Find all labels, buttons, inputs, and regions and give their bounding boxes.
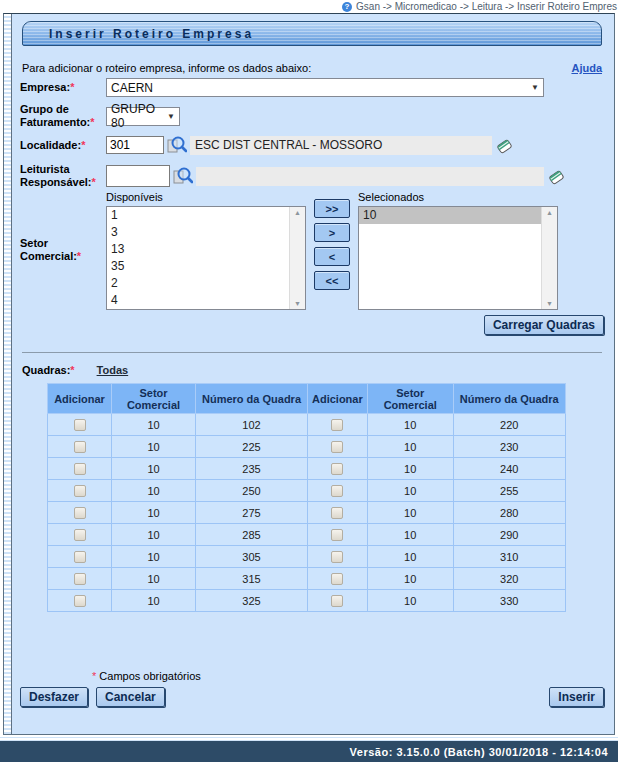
leiturista-label: Leiturista Responsável:* — [20, 163, 106, 189]
disponiveis-listbox[interactable]: 13133524 ▲ ▼ — [106, 206, 306, 310]
chevron-down-icon: ▼ — [531, 83, 539, 92]
setor-comercial-label: Setor Comercial:* — [20, 191, 106, 310]
selected-list: 10 — [359, 207, 541, 309]
quadra-checkbox[interactable] — [331, 529, 343, 541]
list-item[interactable]: 4 — [107, 292, 289, 309]
quadra-checkbox[interactable] — [331, 551, 343, 563]
column-header-quadra-right: Número da Quadra — [453, 384, 565, 414]
todas-link[interactable]: Todas — [97, 364, 129, 376]
inserir-button[interactable]: Inserir — [549, 687, 604, 707]
localidade-eraser-icon[interactable] — [495, 136, 514, 155]
move-all-left-button[interactable]: << — [314, 271, 350, 290]
localidade-label: Localidade:* — [20, 139, 106, 152]
scroll-up-icon[interactable]: ▲ — [294, 209, 301, 216]
table-cell: 10 — [112, 414, 196, 436]
checkbox-cell — [48, 568, 112, 590]
localidade-search-icon[interactable] — [167, 135, 187, 155]
list-item[interactable]: 2 — [107, 275, 289, 292]
cancelar-button[interactable]: Cancelar — [96, 687, 165, 707]
page-title: Inserir Roteiro Empresa — [23, 27, 254, 41]
checkbox-cell — [48, 502, 112, 524]
list-item[interactable]: 3 — [107, 224, 289, 241]
grupo-faturamento-select[interactable]: GRUPO 80 ▼ — [106, 107, 180, 126]
quadra-checkbox[interactable] — [74, 485, 86, 497]
localidade-code-input[interactable] — [106, 136, 164, 154]
move-right-button[interactable]: > — [314, 223, 350, 242]
page-title-bar: Inserir Roteiro Empresa — [22, 21, 602, 46]
quadra-checkbox[interactable] — [74, 595, 86, 607]
leiturista-row: Leiturista Responsável:* — [20, 163, 604, 189]
checkbox-cell — [48, 414, 112, 436]
checkbox-cell — [48, 524, 112, 546]
quadra-checkbox[interactable] — [74, 529, 86, 541]
table-cell: 230 — [453, 436, 565, 458]
breadcrumb-text[interactable]: Gsan -> Micromedicao -> Leitura -> Inser… — [356, 1, 617, 12]
ajuda-link[interactable]: Ajuda — [571, 62, 602, 74]
section-divider — [22, 352, 602, 353]
list-item[interactable]: 35 — [107, 258, 289, 275]
quadra-checkbox[interactable] — [74, 551, 86, 563]
empresa-select[interactable]: CAERN ▼ — [106, 78, 544, 97]
table-cell: 10 — [112, 458, 196, 480]
quadra-checkbox[interactable] — [331, 419, 343, 431]
table-cell: 320 — [453, 568, 565, 590]
required-asterisk: * — [92, 670, 96, 682]
leiturista-code-input[interactable] — [106, 165, 170, 187]
scroll-up-icon[interactable]: ▲ — [546, 209, 553, 216]
table-cell: 325 — [196, 590, 308, 612]
carregar-quadras-button[interactable]: Carregar Quadras — [484, 315, 604, 335]
list-item[interactable]: 10 — [359, 207, 541, 224]
leiturista-search-icon[interactable] — [173, 166, 193, 186]
table-cell: 10 — [112, 436, 196, 458]
table-row: 1010210220 — [48, 414, 566, 436]
column-header-setor-right: Setor Comercial — [367, 384, 453, 414]
localidade-description-field: ESC DIST CENTRAL - MOSSORO — [190, 136, 492, 155]
quadra-checkbox[interactable] — [74, 441, 86, 453]
column-header-adicionar-right: Adicionar — [308, 384, 368, 414]
checkbox-cell — [308, 568, 368, 590]
quadra-checkbox[interactable] — [331, 463, 343, 475]
list-item[interactable]: 13 — [107, 241, 289, 258]
quadra-checkbox[interactable] — [74, 419, 86, 431]
table-cell: 10 — [367, 568, 453, 590]
disponiveis-label: Disponíveis — [106, 191, 306, 204]
table-cell: 310 — [453, 546, 565, 568]
required-asterisk: * — [92, 176, 96, 188]
quadra-checkbox[interactable] — [331, 441, 343, 453]
empresa-row: Empresa:* CAERN ▼ — [20, 78, 604, 97]
table-row: 1027510280 — [48, 502, 566, 524]
column-header-setor-left: Setor Comercial — [112, 384, 196, 414]
checkbox-cell — [308, 590, 368, 612]
quadra-checkbox[interactable] — [74, 463, 86, 475]
desfazer-button[interactable]: Desfazer — [20, 687, 88, 707]
scroll-down-icon[interactable]: ▼ — [546, 300, 553, 307]
help-question-icon[interactable]: ? — [342, 2, 352, 12]
scrollbar[interactable]: ▲ ▼ — [289, 207, 305, 309]
quadra-checkbox[interactable] — [331, 485, 343, 497]
leiturista-eraser-icon[interactable] — [547, 167, 566, 186]
list-item[interactable]: 1 — [107, 207, 289, 224]
quadra-checkbox[interactable] — [74, 573, 86, 585]
quadra-checkbox[interactable] — [331, 507, 343, 519]
table-cell: 10 — [367, 502, 453, 524]
main-panel: Inserir Roteiro Empresa Para adicionar o… — [3, 13, 615, 735]
quadra-checkbox[interactable] — [331, 573, 343, 585]
table-row: 1030510310 — [48, 546, 566, 568]
move-left-button[interactable]: < — [314, 247, 350, 266]
available-list: 13133524 — [107, 207, 289, 309]
quadra-checkbox[interactable] — [74, 507, 86, 519]
scrollbar[interactable]: ▲ ▼ — [541, 207, 557, 309]
table-cell: 255 — [453, 480, 565, 502]
footer-bar: Versão: 3.15.0.0 (Batch) 30/01/2018 - 12… — [0, 741, 618, 762]
table-row: 1025010255 — [48, 480, 566, 502]
table-cell: 10 — [367, 590, 453, 612]
table-cell: 10 — [367, 524, 453, 546]
move-all-right-button[interactable]: >> — [314, 199, 350, 218]
table-cell: 10 — [112, 546, 196, 568]
quadra-checkbox[interactable] — [331, 595, 343, 607]
scroll-down-icon[interactable]: ▼ — [294, 300, 301, 307]
selecionados-listbox[interactable]: 10 ▲ ▼ — [358, 206, 558, 310]
table-cell: 285 — [196, 524, 308, 546]
table-cell: 10 — [112, 502, 196, 524]
table-cell: 10 — [367, 436, 453, 458]
